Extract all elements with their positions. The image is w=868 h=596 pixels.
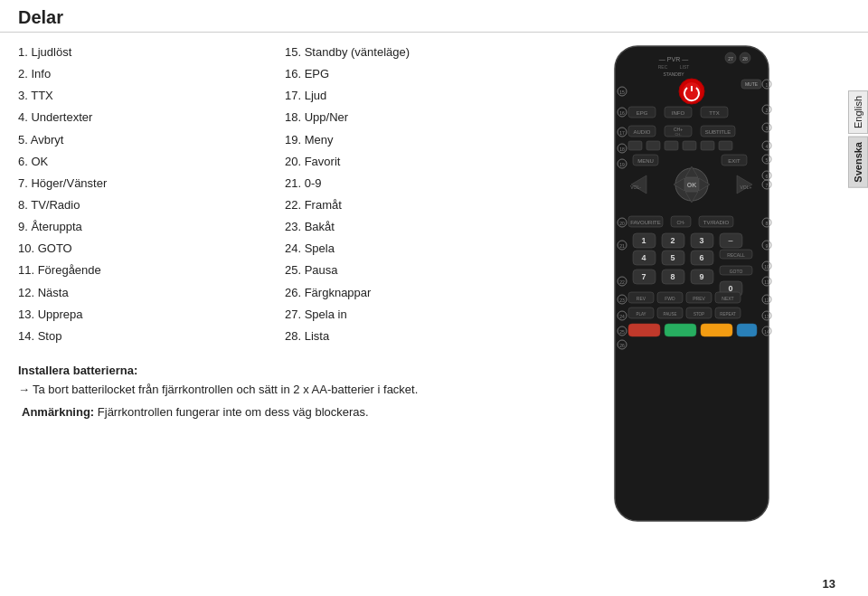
list-item: 27. Spela in	[285, 304, 524, 326]
svg-text:MUTE: MUTE	[745, 81, 759, 87]
svg-text:15: 15	[619, 90, 625, 95]
remote-wrapper: — PVR — REC LIST 27 28 STANDBY M	[597, 42, 796, 548]
list-item: 13. Upprepa	[18, 304, 258, 326]
list-item: 11. Föregående	[18, 260, 258, 281]
anmark-text: Fjärrkontrollen fungerar inte om dess vä…	[98, 405, 369, 419]
svg-text:REV: REV	[637, 296, 646, 301]
svg-rect-149	[701, 324, 732, 336]
list-item: 22. Framåt	[285, 194, 524, 216]
svg-rect-44	[665, 141, 678, 150]
svg-text:22: 22	[619, 279, 625, 285]
anmark-label: Anmärkning:	[22, 405, 94, 419]
svg-text:18: 18	[619, 147, 625, 152]
svg-text:13: 13	[764, 314, 769, 319]
main-content: 1. Ljudlöst2. Info3. TTX4. Undertexter5.…	[0, 33, 868, 596]
list-item: 2. Info	[18, 63, 258, 85]
svg-text:20: 20	[619, 221, 625, 226]
svg-text:SUBTITLE: SUBTITLE	[705, 129, 731, 135]
list-item: 4. Undertexter	[18, 107, 258, 128]
list-item: 18. Upp/Ner	[285, 107, 524, 128]
parts-col-1: 1. Ljudlöst2. Info3. TTX4. Undertexter5.…	[18, 42, 258, 347]
list-item: 14. Stop	[18, 326, 258, 347]
svg-rect-43	[646, 141, 660, 150]
svg-text:GOTO: GOTO	[730, 269, 743, 274]
list-item: 10. GOTO	[18, 238, 258, 260]
svg-text:STOP: STOP	[693, 312, 704, 317]
svg-text:10: 10	[764, 264, 769, 270]
svg-text:23: 23	[619, 298, 625, 303]
svg-text:AUDIO: AUDIO	[633, 129, 650, 135]
svg-text:9: 9	[766, 243, 769, 249]
list-item: 19. Meny	[285, 129, 524, 151]
svg-text:8: 8	[766, 221, 769, 226]
svg-text:EPG: EPG	[637, 110, 648, 116]
svg-text:25: 25	[619, 329, 625, 335]
battery-instruction: Ta bort batterilocket från fjärrkontroll…	[18, 381, 524, 399]
svg-text:26: 26	[619, 343, 625, 348]
page-header: Delar	[0, 0, 868, 33]
svg-text:14: 14	[764, 329, 769, 335]
list-item: 24. Spela	[285, 238, 524, 260]
svg-text:PAUSE: PAUSE	[664, 312, 677, 317]
svg-text:11: 11	[764, 279, 769, 285]
svg-text:7: 7	[641, 272, 646, 281]
svg-text:PREV: PREV	[693, 296, 705, 301]
parts-list: 1. Ljudlöst2. Info3. TTX4. Undertexter5.…	[18, 42, 542, 587]
svg-rect-46	[701, 141, 714, 150]
svg-text:19: 19	[619, 162, 625, 167]
svg-text:VOL-: VOL-	[630, 184, 641, 190]
svg-text:INFO: INFO	[672, 110, 685, 116]
list-item: 28. Lista	[285, 326, 524, 347]
list-item: 7. Höger/Vänster	[18, 173, 258, 194]
svg-text:1: 1	[641, 236, 646, 245]
list-item: 21. 0-9	[285, 173, 524, 194]
svg-text:8: 8	[670, 272, 675, 281]
svg-text:REC: REC	[658, 64, 668, 70]
svg-text:TV/RADIO: TV/RADIO	[703, 220, 730, 225]
svg-text:4: 4	[641, 253, 646, 262]
list-item: 5. Avbryt	[18, 129, 258, 151]
lang-tab-svenska[interactable]: Svenska	[848, 137, 868, 188]
svg-rect-42	[628, 141, 642, 150]
svg-text:FAVOURITE: FAVOURITE	[630, 220, 661, 225]
svg-rect-45	[683, 141, 696, 150]
list-item: 12. Nästa	[18, 282, 258, 304]
battery-note: Anmärkning: Fjärrkontrollen fungerar int…	[18, 403, 524, 421]
svg-text:24: 24	[619, 314, 625, 319]
svg-rect-47	[719, 141, 732, 150]
list-item: 8. TV/Radio	[18, 194, 258, 216]
list-item: 1. Ljudlöst	[18, 42, 258, 63]
svg-text:6: 6	[699, 253, 703, 262]
svg-text:FWD: FWD	[665, 296, 675, 301]
page-number: 13	[823, 577, 835, 591]
list-item: 17. Ljud	[285, 85, 524, 107]
svg-text:0: 0	[728, 284, 732, 293]
svg-text:7: 7	[766, 183, 769, 188]
svg-text:5: 5	[766, 157, 769, 163]
svg-text:2: 2	[670, 236, 675, 245]
svg-text:STANDBY: STANDBY	[663, 71, 684, 77]
svg-text:CH-: CH-	[677, 220, 685, 225]
svg-text:4: 4	[766, 144, 769, 149]
svg-text:12: 12	[764, 298, 769, 303]
svg-text:21: 21	[619, 243, 625, 249]
col1-list: 1. Ljudlöst2. Info3. TTX4. Undertexter5.…	[18, 42, 258, 347]
svg-text:17: 17	[619, 130, 625, 136]
svg-text:RECALL: RECALL	[727, 252, 745, 258]
list-item: 15. Standby (vänteläge)	[285, 42, 524, 63]
remote-control-image: — PVR — REC LIST 27 28 STANDBY M	[597, 42, 787, 530]
list-item: 16. EPG	[285, 63, 524, 85]
svg-text:6: 6	[766, 174, 769, 179]
svg-text:NEXT: NEXT	[722, 296, 733, 301]
lang-tab-english[interactable]: English	[848, 90, 868, 134]
battery-section: Installera batterierna: Ta bort batteril…	[18, 364, 524, 421]
svg-text:16: 16	[619, 110, 625, 116]
svg-text:OK: OK	[687, 182, 697, 188]
svg-text:3: 3	[766, 126, 769, 131]
remote-section: — PVR — REC LIST 27 28 STANDBY M	[542, 42, 850, 587]
svg-text:3: 3	[699, 236, 703, 245]
svg-text:REPEAT: REPEAT	[720, 312, 736, 317]
list-item: 26. Färgknappar	[285, 282, 524, 304]
parts-col-2: 15. Standby (vänteläge)16. EPG17. Ljud18…	[285, 42, 524, 347]
list-item: 23. Bakåt	[285, 216, 524, 238]
